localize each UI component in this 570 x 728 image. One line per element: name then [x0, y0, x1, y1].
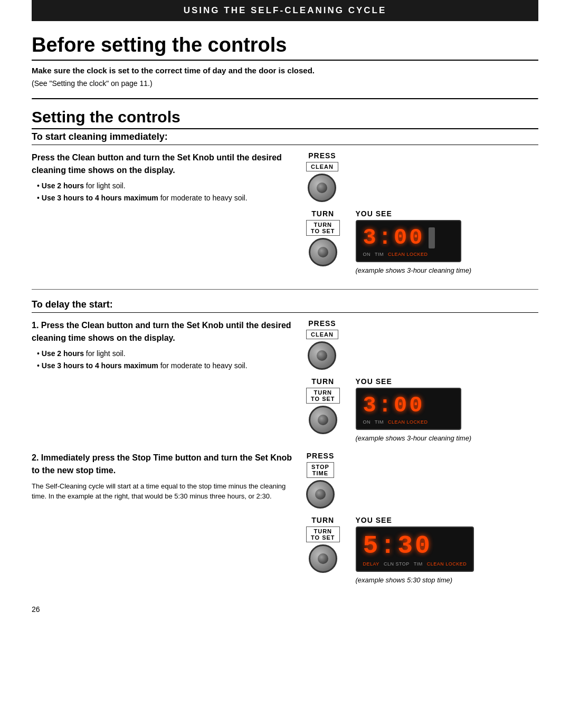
immediate-left-col: Press the Clean button and turn the Set … — [32, 151, 306, 209]
delay-step2-display-digits: 5:30 — [363, 532, 432, 560]
immediate-press-group: PRESS CLEAN — [306, 151, 338, 202]
delay-step2-turn-knob-inner — [318, 553, 328, 564]
delay-display-digits: 3:00 — [363, 393, 425, 418]
delay-indicator-delay: DELAY — [363, 561, 379, 567]
delay-stop-button-label: STOPTIME — [307, 462, 334, 478]
delay-clean-knob-inner — [317, 350, 327, 361]
delay-step2-turn-knob — [309, 544, 337, 573]
delay-left-col: 1. Press the Clean button and turn the S… — [32, 319, 306, 377]
delay-turn-knob-inner — [318, 415, 328, 425]
header-bar: USING THE SELF-CLEANING CYCLE — [32, 0, 538, 21]
immediate-turn-col: TURN TURNTO SET — [306, 209, 340, 266]
indicator-clean-locked: CLEAN LOCKED — [388, 252, 428, 257]
before-section: Before setting the controls Make sure th… — [32, 34, 538, 88]
immediate-instruction: Press the Clean button and turn the Set … — [32, 151, 296, 177]
immediate-turn-knob — [309, 238, 337, 266]
immediate-display-indicators: ON TIM CLEAN LOCKED — [363, 252, 454, 257]
delay-step2-display-indicators: DELAY CLN STOP TIM CLEAN LOCKED — [363, 561, 467, 567]
delay-step2-yousee-label: YOU SEE — [356, 516, 392, 524]
delay-display-row: 3:00 — [363, 393, 454, 418]
before-title: Before setting the controls — [32, 34, 538, 61]
divider-1 — [32, 289, 538, 290]
step2-detail: The Self-Cleaning cycle will start at a … — [32, 481, 296, 502]
immediate-clean-knob — [308, 174, 336, 202]
delay-step1-row: 1. Press the Clean button and turn the S… — [32, 319, 538, 447]
immediate-bullets: Use 2 hours for light soil. Use 3 hours … — [37, 181, 296, 204]
immediate-display-digits: 3:00 — [363, 225, 425, 251]
delay-step1-instruction: 1. Press the Clean button and turn the S… — [32, 319, 296, 344]
delay-step2-instruction: 2. Immediately press the Stop Time butto… — [32, 452, 296, 477]
delay-turn-to-set-label: TURNTO SET — [306, 388, 340, 404]
delay-stop-knob-inner — [315, 489, 326, 500]
subsection-immediate-label: To start cleaning immediately: — [32, 131, 538, 145]
delay-turn-knob — [309, 406, 337, 434]
immediate-content-row: Press the Clean button and turn the Set … — [32, 151, 538, 280]
delay-display-indicators: ON TIM CLEAN LOCKED — [363, 419, 454, 425]
immediate-yousee-col: YOU SEE 3:00 ON TIM CLEAN LOCKED — [356, 209, 472, 280]
bullet-1: Use 2 hours for light soil. — [37, 181, 296, 191]
immediate-turn-to-set-label: TURNTO SET — [306, 220, 340, 236]
immediate-press-label: PRESS — [308, 151, 336, 160]
page: USING THE SELF-CLEANING CYCLE Before set… — [0, 0, 570, 728]
delay-press-label: PRESS — [308, 319, 336, 328]
indicator-tim: TIM — [375, 252, 384, 257]
delay-step2-display-panel: 5:30 DELAY CLN STOP TIM CLEAN LOCKED — [356, 526, 474, 572]
delay-bullet-1: Use 2 hours for light soil. — [37, 349, 296, 359]
step1-text: Press the Clean button and turn the Set … — [32, 321, 291, 342]
delay-indicator-on: ON — [363, 419, 371, 425]
delay-turn-yousee: TURN TURNTO SET YOU SEE 3:00 — [306, 377, 471, 447]
delay-clean-knob — [308, 341, 336, 370]
delay-yousee-label: YOU SEE — [356, 377, 392, 386]
delay-caption: (example shows 3-hour cleaning time) — [356, 434, 472, 442]
delay-yousee-col: YOU SEE 3:00 ON TIM CLEAN LOCKED (exam — [356, 377, 472, 447]
delay-stop-press-label: PRESS — [307, 452, 334, 460]
delay-step2-turn-col: TURN TURNTO SET — [306, 516, 340, 573]
delay-stop-knob — [306, 480, 335, 509]
delay-indicator-clean-locked: CLEAN LOCKED — [388, 419, 428, 425]
indicator-on: ON — [363, 252, 371, 257]
step2-text: Immediately press the Stop Time button a… — [32, 453, 292, 475]
intro-bold: Make sure the clock is set to the correc… — [32, 65, 538, 77]
delay-step2-display-row: 5:30 — [363, 532, 467, 560]
immediate-right-col: PRESS CLEAN TURN TURNTO SET — [306, 151, 538, 280]
delay-bullets: Use 2 hours for light soil. Use 3 hours … — [37, 349, 296, 371]
delay-right-col: PRESS CLEAN TURN TURNTO SET — [306, 319, 538, 447]
immediate-yousee-label: YOU SEE — [356, 209, 392, 218]
delay-turn-col: TURN TURNTO SET — [306, 377, 340, 434]
delay-display-panel: 3:00 ON TIM CLEAN LOCKED — [356, 388, 461, 430]
delay-step2-turn-to-set-label: TURNTO SET — [306, 526, 340, 542]
immediate-display-row: 3:00 — [363, 225, 454, 251]
delay-step2-caption: (example shows 5:30 stop time) — [356, 576, 453, 584]
delay-step2-turn-yousee: TURN TURNTO SET YOU SEE 5:30 — [306, 516, 474, 589]
immediate-turn-knob-inner — [318, 247, 328, 257]
subsection-delay-label: To delay the start: — [32, 299, 538, 313]
delay-step2-left-col: 2. Immediately press the Stop Time butto… — [32, 452, 306, 505]
immediate-indicator-block — [429, 227, 435, 248]
intro-sub: (See "Setting the clock" on page 11.) — [32, 79, 538, 88]
delay-turn-label: TURN — [311, 377, 334, 386]
delay-bullet-2: Use 3 hours to 4 hours maximum for moder… — [37, 361, 296, 371]
header-title: USING THE SELF-CLEANING CYCLE — [184, 5, 387, 15]
delay-clean-button-label: CLEAN — [306, 330, 338, 339]
delay-indicator-clean-locked2: CLEAN LOCKED — [427, 561, 467, 567]
delay-step2-yousee-col: YOU SEE 5:30 DELAY CLN STOP TIM CLEAN LO… — [356, 516, 474, 589]
bullet-2: Use 3 hours to 4 hours maximum for moder… — [37, 193, 296, 204]
setting-title: Setting the controls — [32, 108, 538, 129]
delay-press-group: PRESS CLEAN — [306, 319, 338, 370]
immediate-caption: (example shows 3-hour cleaning time) — [356, 266, 472, 274]
step1-prefix: 1. — [32, 321, 41, 330]
immediate-display-panel: 3:00 ON TIM CLEAN LOCKED — [356, 220, 461, 262]
delay-step2-row: 2. Immediately press the Stop Time butto… — [32, 452, 538, 589]
immediate-clean-knob-inner — [317, 183, 327, 193]
page-number: 26 — [32, 605, 538, 614]
immediate-turn-yousee: TURN TURNTO SET YOU SEE 3:00 — [306, 209, 471, 280]
delay-step2-turn-label: TURN — [311, 516, 334, 524]
immediate-clean-button-label: CLEAN — [306, 162, 338, 171]
delay-indicator-tim: TIM — [375, 419, 384, 425]
immediate-turn-label: TURN — [311, 209, 334, 218]
setting-section: Setting the controls To start cleaning i… — [32, 108, 538, 589]
delay-step2-right-col: PRESS STOPTIME TURN TURNTO SET — [306, 452, 538, 589]
delay-stop-press-group: PRESS STOPTIME — [306, 452, 335, 509]
delay-indicator-cln-stop: CLN STOP — [384, 561, 410, 567]
step2-prefix: 2. — [32, 453, 41, 462]
